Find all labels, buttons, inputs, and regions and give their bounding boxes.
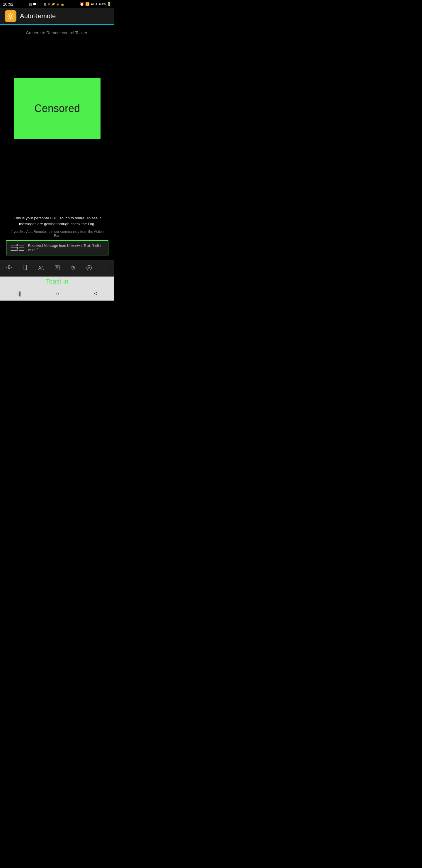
sim-icon: ▤ (29, 3, 32, 6)
home-button[interactable]: ○ (50, 288, 65, 299)
broadcast-icon (70, 265, 76, 272)
svg-rect-4 (6, 267, 7, 268)
svg-rect-3 (8, 270, 10, 270)
nav-autoremote-settings[interactable] (1, 260, 17, 277)
contacts-icon (38, 265, 44, 272)
app-title: AutoRemote (20, 12, 56, 20)
key-icon: 🔑 (51, 3, 55, 6)
battery-text: 49% (99, 2, 106, 6)
svg-rect-5 (11, 267, 12, 268)
svg-point-7 (25, 269, 26, 270)
bottom-nav: ⋮ (0, 260, 114, 277)
svg-point-10 (42, 266, 43, 268)
nav-device[interactable] (17, 260, 33, 277)
alarm-icon: ⏰ (80, 2, 84, 6)
device-icon (22, 265, 28, 272)
toast-message-text: Received Message from Unknown: Text: "he… (28, 244, 105, 252)
recents-button[interactable]: ||| (11, 288, 27, 299)
status-bar: 10:52 ▤ 💬 ⌂ ⠿ 🖼 ✉ 🔑 ⚡ 🔒 ⏰ 📶 4G+ 49% 🔋 (0, 0, 114, 8)
image-icon: 🖼 (44, 3, 46, 6)
mail-icon: ✉ (48, 3, 50, 6)
lightning-icon: ⚡ (56, 3, 60, 6)
grid-icon: ⠿ (40, 3, 42, 6)
community-text: If you like AutoRemote, join our communn… (5, 229, 109, 238)
time: 10:52 (3, 2, 13, 6)
status-right: ⏰ 📶 4G+ 49% 🔋 (80, 2, 111, 6)
log-icon (54, 265, 60, 272)
svg-point-9 (39, 266, 41, 268)
toast-notification: Received Message from Unknown: Text: "he… (6, 240, 108, 255)
notification-icons: ▤ 💬 ⌂ ⠿ 🖼 ✉ 🔑 ⚡ 🔒 (29, 3, 64, 6)
toast-in-text: Toast In (46, 278, 68, 285)
more-icon: ⋮ (102, 265, 108, 272)
sliders-icon (9, 243, 25, 252)
nav-log[interactable] (49, 260, 65, 277)
svg-point-2 (9, 266, 9, 266)
nav-contacts[interactable] (33, 260, 49, 277)
lock-icon: 🔒 (61, 3, 64, 6)
signal-icon: 4G+ (91, 2, 98, 6)
svg-point-15 (73, 267, 74, 268)
censored-label: Censored (34, 102, 80, 115)
svg-point-0 (9, 15, 12, 18)
main-content: Go here to Remote control Tasker: Censor… (0, 25, 114, 260)
message-icon: 💬 (33, 3, 36, 6)
autoremote-settings-icon (6, 265, 12, 272)
nav-play[interactable] (81, 260, 97, 277)
play-icon (86, 265, 92, 272)
community-text-content: If you like AutoRemote, join our communn… (10, 229, 103, 238)
wifi-icon: 📶 (85, 2, 90, 6)
app-bar: AutoRemote (0, 8, 114, 25)
nav-more[interactable]: ⋮ (97, 260, 113, 277)
nav-broadcast[interactable] (65, 260, 81, 277)
subtitle: Go here to Remote control Tasker: (26, 31, 89, 35)
personal-url-text: This is your personal URL. Touch to shar… (7, 215, 107, 227)
ad-placeholder: Censored (14, 78, 100, 139)
personal-url-section[interactable]: This is your personal URL. Touch to shar… (5, 215, 109, 227)
home-icon: ⌂ (37, 3, 39, 6)
home-bar: ||| ○ < (0, 286, 114, 301)
back-button[interactable]: < (88, 288, 103, 299)
toast-in-label: Toast In (0, 277, 114, 286)
svg-point-1 (8, 267, 10, 269)
battery-icon: 🔋 (107, 2, 111, 6)
app-logo (5, 10, 17, 22)
